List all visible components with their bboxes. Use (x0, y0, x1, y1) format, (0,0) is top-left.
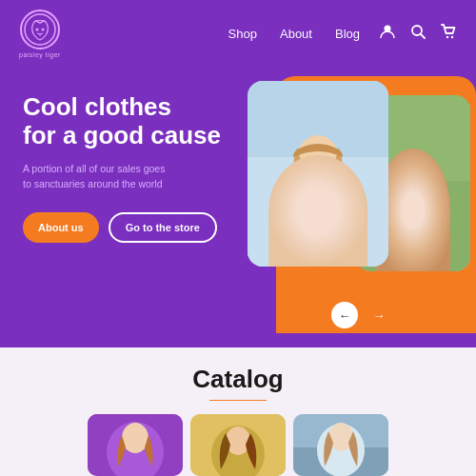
catalog-card-2[interactable] (190, 414, 286, 476)
svg-rect-13 (385, 200, 442, 271)
catalog-section: Catalog (0, 347, 476, 476)
prev-arrow-button[interactable]: ← (331, 302, 358, 328)
logo-icon (20, 10, 60, 50)
cart-icon[interactable] (440, 23, 457, 44)
svg-rect-8 (248, 157, 388, 267)
hero-photo-1 (248, 81, 388, 267)
hero-right: ← → (248, 67, 476, 347)
search-icon[interactable] (409, 23, 426, 44)
catalog-cards (72, 414, 404, 476)
svg-point-5 (446, 36, 448, 38)
svg-point-2 (41, 28, 44, 30)
nav-icons (379, 23, 457, 44)
svg-point-10 (297, 135, 339, 183)
hero-section: Cool clothes for a good cause A portion … (0, 67, 476, 347)
account-icon[interactable] (379, 23, 396, 44)
svg-point-20 (226, 426, 250, 455)
svg-point-14 (392, 158, 434, 204)
catalog-card-1[interactable] (88, 414, 183, 476)
nav-shop[interactable]: Shop (228, 27, 257, 41)
hero-title: Cool clothes for a good cause (23, 93, 228, 150)
hero-buttons: About us Go to the store (23, 212, 228, 243)
main-nav: Shop About Blog (228, 27, 360, 41)
svg-point-1 (35, 28, 38, 30)
catalog-underline (209, 400, 267, 401)
next-arrow-button[interactable]: → (366, 302, 392, 328)
hero-nav-arrows: ← → (331, 302, 392, 328)
hero-left: Cool clothes for a good cause A portion … (0, 67, 248, 347)
nav-blog[interactable]: Blog (335, 27, 360, 41)
catalog-card-3[interactable] (293, 414, 388, 476)
logo-svg (23, 12, 57, 47)
svg-point-6 (451, 36, 453, 38)
svg-point-17 (122, 423, 149, 453)
svg-point-9 (275, 181, 361, 267)
nav-about[interactable]: About (280, 27, 312, 41)
catalog-title: Catalog (192, 365, 283, 394)
about-us-button[interactable]: About us (23, 212, 99, 243)
go-to-store-button[interactable]: Go to the store (109, 212, 217, 243)
header: paisley tiger Shop About Blog (0, 0, 476, 67)
logo-brand-text: paisley tiger (19, 51, 61, 58)
hero-subtitle: A portion of all of our sales goes to sa… (23, 162, 175, 192)
logo-area[interactable]: paisley tiger (19, 10, 61, 58)
